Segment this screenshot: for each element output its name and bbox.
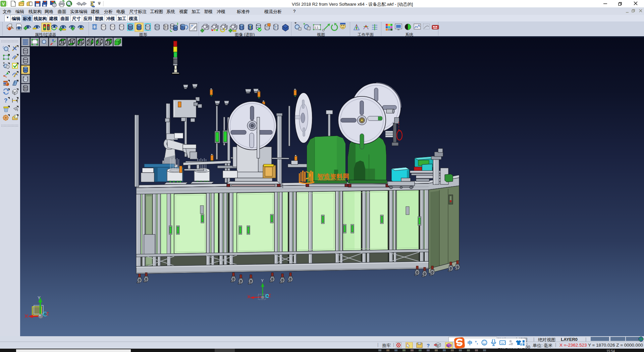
svg-text:智造资料网: 智造资料网 <box>317 173 349 180</box>
svg-text:Y: Y <box>261 278 264 283</box>
svg-text:°,: °, <box>475 340 478 345</box>
svg-text:INTELLIGENT MANUFACTURING DATA: INTELLIGENT MANUFACTURING DATA <box>318 179 346 181</box>
svg-text:中: 中 <box>468 340 473 346</box>
svg-text:?: ? <box>427 343 430 348</box>
svg-text:7: 7 <box>511 343 513 345</box>
